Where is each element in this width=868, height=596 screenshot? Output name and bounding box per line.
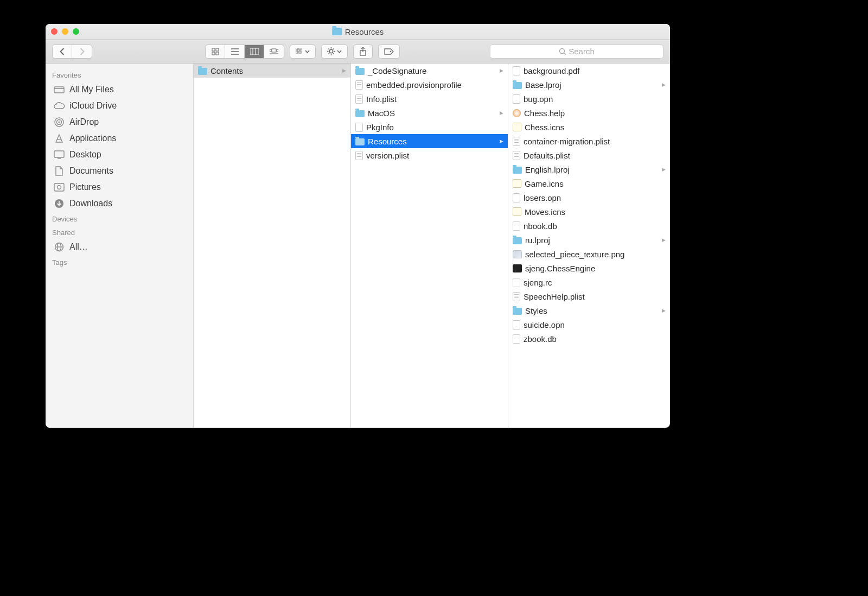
search-icon (559, 48, 566, 55)
folder-icon (355, 110, 365, 117)
tags-button[interactable] (378, 45, 400, 59)
sidebar-item-applications[interactable]: Applications (46, 130, 193, 147)
sidebar-section-header: Tags (46, 255, 193, 269)
icloud-icon (53, 100, 65, 112)
file-row[interactable]: MacOS▶ (351, 106, 508, 120)
column-0: Contents▶ (194, 64, 351, 428)
close-window-button[interactable] (51, 28, 58, 35)
file-row[interactable]: _CodeSignature▶ (351, 64, 508, 78)
file-row[interactable]: SpeechHelp.plist (508, 289, 670, 303)
sidebar-item-desktop[interactable]: Desktop (46, 147, 193, 163)
sidebar-item-icloud-drive[interactable]: iCloud Drive (46, 98, 193, 114)
content-area: FavoritesAll My FilesiCloud DriveAirDrop… (46, 64, 670, 428)
file-row[interactable]: Info.plist (351, 92, 508, 106)
chevron-right-icon: ▶ (500, 68, 503, 73)
file-row[interactable]: Styles▶ (508, 303, 670, 318)
svg-rect-2 (212, 52, 215, 55)
column-view-button[interactable] (245, 45, 264, 58)
file-label: Moves.icns (525, 207, 565, 217)
file-row[interactable]: losers.opn (508, 191, 670, 205)
sidebar-item-pictures[interactable]: Pictures (46, 179, 193, 195)
file-row[interactable]: Contents▶ (194, 64, 350, 78)
document-icon (355, 123, 363, 132)
file-row[interactable]: version.plist (351, 148, 508, 162)
file-row[interactable]: PkgInfo (351, 120, 508, 134)
file-row[interactable]: English.lproj▶ (508, 162, 670, 176)
document-icon (513, 278, 520, 287)
file-row[interactable]: Chess.help (508, 106, 670, 120)
sidebar-item-all-[interactable]: All… (46, 239, 193, 255)
arrange-button[interactable] (290, 45, 316, 59)
chevron-right-icon: ▶ (662, 82, 666, 87)
file-row[interactable]: embedded.provisionprofile (351, 78, 508, 92)
document-icon (513, 193, 520, 202)
file-row[interactable]: container-migration.plist (508, 134, 670, 148)
svg-line-26 (333, 49, 334, 50)
sidebar-item-airdrop[interactable]: AirDrop (46, 114, 193, 130)
file-row[interactable]: Moves.icns (508, 205, 670, 219)
file-label: Game.icns (525, 179, 564, 188)
sidebar-item-label: Documents (69, 166, 113, 176)
file-row[interactable]: sjeng.ChessEngine (508, 261, 670, 275)
sidebar-item-label: Downloads (69, 199, 112, 208)
plist-file-icon (513, 151, 520, 160)
svg-rect-40 (54, 183, 64, 191)
file-row[interactable]: background.pdf (508, 64, 670, 78)
document-icon (513, 94, 520, 104)
pictures-icon (53, 181, 65, 193)
window-title-text: Resources (345, 27, 384, 36)
icns-file-icon (513, 207, 521, 216)
sidebar: FavoritesAll My FilesiCloud DriveAirDrop… (46, 64, 194, 428)
finder-window: Resources (46, 24, 670, 428)
file-row[interactable]: selected_piece_texture.png (508, 247, 670, 261)
plist-file-icon (355, 94, 363, 104)
nav-buttons (52, 45, 92, 59)
file-label: background.pdf (524, 66, 579, 75)
file-label: bug.opn (524, 94, 553, 104)
coverflow-view-button[interactable] (264, 45, 284, 58)
search-field[interactable]: Search (490, 45, 663, 59)
forward-button[interactable] (72, 45, 92, 58)
sidebar-item-downloads[interactable]: Downloads (46, 195, 193, 212)
minimize-window-button[interactable] (62, 28, 68, 35)
svg-rect-7 (250, 48, 259, 55)
applications-icon (53, 132, 65, 144)
sidebar-item-label: iCloud Drive (69, 101, 117, 111)
file-row[interactable]: Game.icns (508, 176, 670, 191)
traffic-lights (46, 28, 79, 35)
icon-view-button[interactable] (206, 45, 225, 58)
action-button[interactable] (321, 45, 348, 59)
file-row[interactable]: Base.lproj▶ (508, 78, 670, 92)
chevron-right-icon: ▶ (662, 308, 666, 313)
zoom-window-button[interactable] (73, 28, 79, 35)
titlebar: Resources (46, 24, 670, 40)
file-row[interactable]: suicide.opn (508, 318, 670, 332)
file-row[interactable]: Resources▶ (351, 134, 508, 148)
icns-file-icon (513, 123, 521, 131)
column-browser: Contents▶_CodeSignature▶embedded.provisi… (194, 64, 670, 428)
folder-icon (513, 237, 522, 244)
file-row[interactable]: nbook.db (508, 219, 670, 233)
file-label: Defaults.plist (524, 151, 570, 160)
downloads-icon (53, 198, 65, 210)
document-icon (513, 320, 520, 329)
view-mode-buttons (205, 45, 284, 59)
file-row[interactable]: zbook.db (508, 332, 670, 346)
svg-line-23 (329, 49, 330, 50)
plist-file-icon (513, 292, 520, 301)
file-label: container-migration.plist (524, 137, 610, 146)
toolbar: Search (46, 40, 670, 64)
share-button[interactable] (353, 45, 373, 59)
file-row[interactable]: Chess.icns (508, 120, 670, 134)
sidebar-item-all-my-files[interactable]: All My Files (46, 81, 193, 98)
back-button[interactable] (53, 45, 72, 58)
file-row[interactable]: bug.opn (508, 92, 670, 106)
file-row[interactable]: Defaults.plist (508, 148, 670, 162)
svg-rect-12 (277, 49, 278, 52)
file-row[interactable]: sjeng.rc (508, 275, 670, 289)
sidebar-item-label: All… (69, 242, 88, 252)
sidebar-item-documents[interactable]: Documents (46, 163, 193, 179)
file-label: Contents (210, 66, 243, 75)
file-row[interactable]: ru.lproj▶ (508, 233, 670, 247)
list-view-button[interactable] (225, 45, 245, 58)
